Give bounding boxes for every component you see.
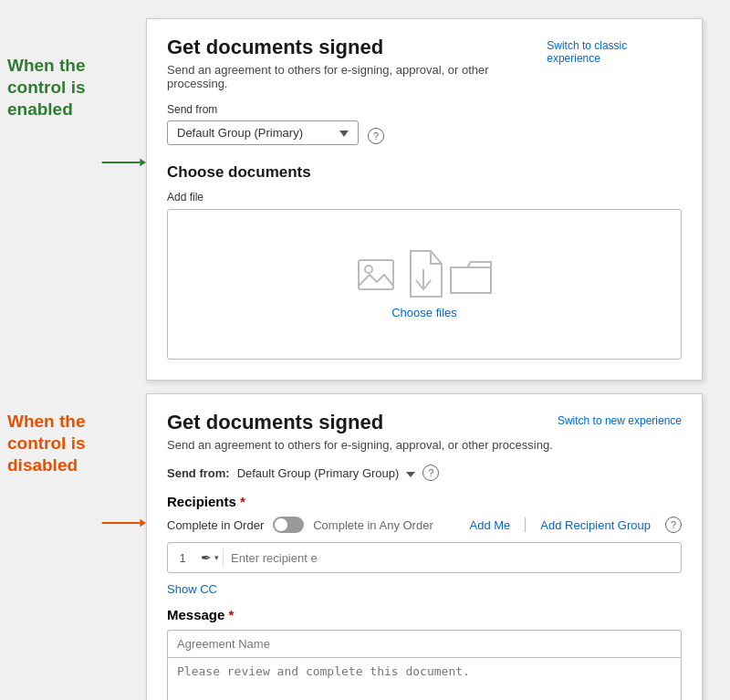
help-icon[interactable]: ? [368, 128, 384, 144]
recipient-input[interactable] [231, 551, 673, 565]
svg-rect-3 [359, 260, 393, 289]
send-from-label: Send from [167, 103, 682, 116]
file-icons-group [357, 249, 493, 297]
message-label: Message * [167, 607, 682, 622]
annotation-arrow-disabled-icon [100, 514, 146, 532]
send-from-dropdown[interactable]: Default Group (Primary) [167, 120, 359, 145]
add-file-label: Add file [167, 191, 682, 204]
chevron-down-icon-2 [404, 466, 415, 480]
message-body-input[interactable] [167, 657, 682, 700]
panel-disabled: Get documents signed Send an agreement t… [146, 393, 703, 700]
recipient-type-button[interactable]: ✒ ▾ [197, 549, 224, 567]
pen-icon: ✒ [201, 550, 212, 565]
choose-documents-title: Choose documents [167, 163, 682, 182]
toggle-knob [275, 518, 287, 531]
complete-order-toggle[interactable] [273, 517, 304, 533]
divider [525, 517, 526, 532]
svg-marker-2 [339, 131, 349, 137]
annotation-enabled-label: When the control is enabled [0, 55, 105, 120]
recipient-number: 1 [175, 551, 190, 565]
panel2-title: Get documents signed [167, 411, 553, 434]
required-star: * [236, 494, 245, 509]
image-icon [357, 258, 398, 297]
show-cc-link[interactable]: Show CC [167, 582, 682, 596]
agreement-name-input[interactable] [167, 630, 682, 657]
panel2-help-icon[interactable]: ? [422, 465, 439, 481]
svg-marker-1 [140, 159, 146, 166]
svg-marker-8 [140, 519, 146, 527]
send-from-value: Default Group (Primary) [177, 126, 303, 140]
file-drop-zone[interactable]: Choose files [167, 209, 682, 360]
recipient-row: 1 ✒ ▾ [167, 542, 682, 573]
panel-enabled: Get documents signed Send an agreement t… [146, 18, 703, 381]
svg-point-4 [365, 266, 372, 273]
panel2-send-from-value: Default Group (Primary Group) [237, 466, 400, 480]
panel1-subtitle: Send an agreement to others for e-signin… [167, 63, 547, 90]
switch-to-new-link[interactable]: Switch to new experience [558, 414, 682, 427]
add-recipient-group-link[interactable]: Add Recipient Group [540, 518, 651, 532]
recipients-help-icon[interactable]: ? [665, 517, 682, 533]
panel1-title: Get documents signed [167, 36, 547, 59]
add-me-link[interactable]: Add Me [470, 518, 511, 532]
chevron-icon-recipient: ▾ [214, 553, 219, 562]
complete-any-order-label: Complete in Any Order [313, 518, 433, 532]
panel2-send-from-dropdown[interactable]: Default Group (Primary Group) [237, 466, 416, 480]
svg-rect-6 [451, 267, 491, 293]
upload-icon [402, 249, 445, 300]
panel2-subtitle: Send an agreement to others for e-signin… [167, 438, 553, 452]
chevron-down-icon [339, 126, 349, 140]
message-required-star: * [224, 607, 234, 622]
choose-files-link[interactable]: Choose files [391, 306, 457, 319]
complete-in-order-label: Complete in Order [167, 518, 264, 532]
annotation-arrow-enabled-icon [100, 153, 146, 172]
annotation-disabled-label: When the control is disabled [0, 411, 105, 475]
folder-icon [449, 260, 493, 297]
recipients-label: Recipients * [167, 494, 682, 509]
panel2-send-from-label: Send from: [167, 466, 230, 480]
switch-to-classic-link[interactable]: Switch to classic experience [547, 39, 682, 65]
